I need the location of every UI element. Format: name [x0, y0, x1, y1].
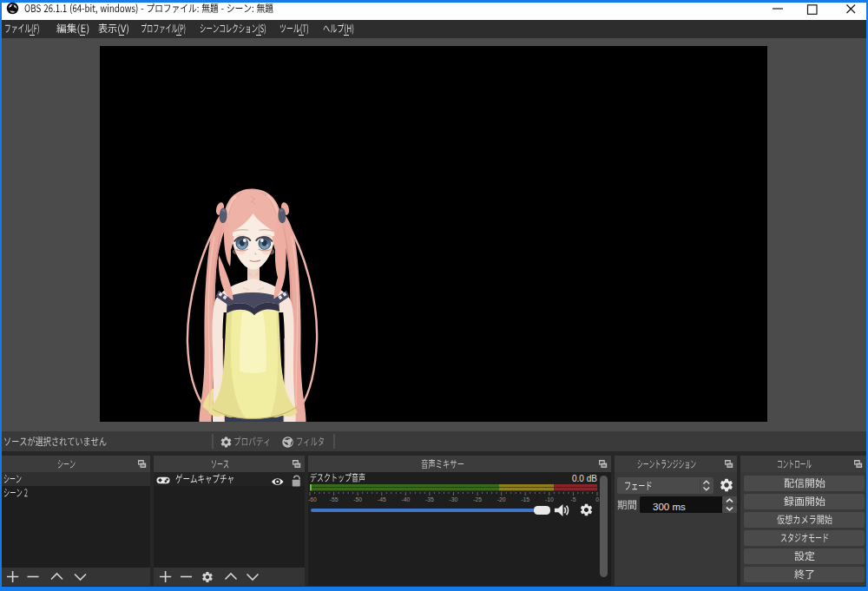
svg-text:-35: -35 — [425, 496, 434, 502]
svg-text:-45: -45 — [378, 496, 386, 502]
svg-text:-10: -10 — [545, 496, 554, 502]
svg-text:-60: -60 — [308, 496, 317, 502]
svg-text:-20: -20 — [497, 496, 506, 502]
svg-text:-15: -15 — [521, 496, 529, 502]
svg-text:-30: -30 — [450, 496, 458, 502]
svg-text:-55: -55 — [330, 496, 339, 502]
svg-text:-25: -25 — [473, 496, 482, 502]
svg-text:0: 0 — [595, 496, 599, 502]
svg-text:-5: -5 — [570, 496, 575, 502]
svg-text:-50: -50 — [353, 496, 362, 502]
svg-text:-40: -40 — [401, 496, 410, 502]
